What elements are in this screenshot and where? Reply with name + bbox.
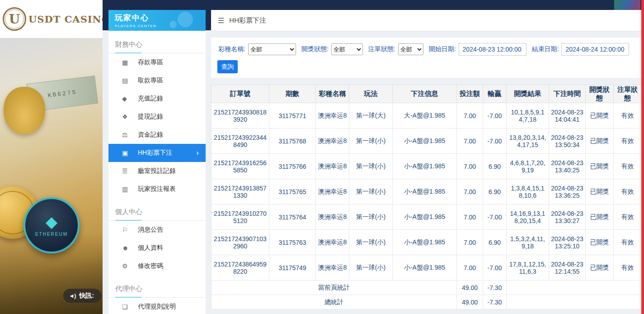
banknote-serial: KB6275 xyxy=(47,89,77,99)
period-cell: 31175764 xyxy=(269,205,316,230)
win-loss-cell: 6.90 xyxy=(483,179,507,205)
draw-status-cell: 已開獎 xyxy=(586,154,614,179)
query-button[interactable]: 查詢 xyxy=(217,60,238,73)
play-type-cell: 第一球(小) xyxy=(349,230,393,255)
sidebar-item-label: 提現記錄 xyxy=(138,113,163,121)
table-row: 2152172439102705120 31175764 澳洲幸运8 第一球(小… xyxy=(212,205,642,230)
sidebar-item-label: 修改密碼 xyxy=(138,262,163,270)
bet-amount-cell: 7.00 xyxy=(457,103,483,128)
lottery-name-cell: 澳洲幸运8 xyxy=(316,230,349,255)
sidebar-item-profile[interactable]: ☻ 個人資料 xyxy=(108,239,206,257)
play-type-cell: 第一球(小) xyxy=(349,154,393,179)
sidebar-item-deposit[interactable]: ▦ 存款專區 xyxy=(108,53,206,71)
bet-info-cell: 小-A盤@1.985 xyxy=(393,205,457,230)
order-status-cell: 有效 xyxy=(614,205,642,230)
promo-panel: U USDT CASINO KB6275 ◆ ETHEREUM ◄) 快訊: xyxy=(0,0,103,314)
period-cell: 31175766 xyxy=(269,154,316,179)
gear-icon: ⚙ xyxy=(122,262,138,270)
period-cell: 31175771 xyxy=(269,103,316,128)
sidebar-item-withdrawal-records[interactable]: ❖ 提現記錄 xyxy=(108,108,206,126)
logo-text: USDT CASINO xyxy=(28,14,103,25)
sidebar-item-funds-records[interactable]: ⚖ 資金記錄 xyxy=(108,126,206,144)
end-date-input[interactable] xyxy=(561,43,629,56)
win-loss-cell: -7.00 xyxy=(483,205,507,230)
th-order-no: 訂單號 xyxy=(212,85,269,103)
sidebar-item-label: 存款專區 xyxy=(138,58,163,67)
table-row: 2152172439223448490 31175768 澳洲幸运8 第一球(小… xyxy=(212,128,642,154)
ethereum-coin-image: ◆ ETHEREUM xyxy=(24,197,80,253)
bet-time-cell: 2024-08-23 12:14:55 xyxy=(549,255,586,281)
news-ticker-button[interactable]: ◄) 快訊: xyxy=(63,289,101,303)
lottery-name-cell: 澳洲幸运8 xyxy=(316,179,349,205)
order-no-cell: 2152172439162565850 xyxy=(212,154,269,179)
bell-icon: ⚐ xyxy=(122,226,138,233)
draw-status-cell: 已開獎 xyxy=(586,179,614,205)
bet-info-cell: 大-A盤@1.985 xyxy=(393,103,457,128)
summary-row-current-page: 當前頁統計 49.00 -7.30 xyxy=(212,281,642,295)
sidebar-item-agent-rules[interactable]: ❏ 代理規則說明 xyxy=(108,298,206,314)
bubble-decoration xyxy=(169,21,177,28)
draw-status-select[interactable]: 全部 xyxy=(331,43,363,55)
bet-time-cell: 2024-08-23 13:30:27 xyxy=(549,205,586,230)
bet-amount-cell: 7.00 xyxy=(457,154,483,179)
bet-amount-cell: 7.00 xyxy=(457,205,483,230)
sidebar-item-label: 代理規則說明 xyxy=(138,303,176,311)
draw-status-cell: 已開獎 xyxy=(586,205,614,230)
sidebar-item-room-bet-records[interactable]: ☰ 廳室投註記錄 xyxy=(108,162,206,180)
sidebar-item-bet-report[interactable]: ▥ 玩家投注報表 xyxy=(108,180,206,198)
news-label: 快訊: xyxy=(79,292,94,300)
draw-result-cell: 4,6,8,1,7,20,9,19 xyxy=(507,154,549,179)
user-icon: ☻ xyxy=(122,244,138,252)
order-status-cell: 有效 xyxy=(614,230,642,255)
summary-row-total: 總統計 49.00 -7.30 xyxy=(212,295,642,309)
bets-table: 訂單號 期數 彩種名稱 玩法 下注信息 投注額 輸贏 開獎結果 下注時間 開獎狀… xyxy=(211,85,642,309)
th-lottery-name: 彩種名稱 xyxy=(316,85,349,103)
sidebar-item-label: 資金記錄 xyxy=(138,131,163,139)
list-icon: ☰ xyxy=(122,167,138,175)
sidebar-item-change-password[interactable]: ⚙ 修改密碼 xyxy=(108,257,206,275)
section-title-finance: 財務中心 xyxy=(108,40,206,53)
sidebar-item-label: 消息公告 xyxy=(138,226,163,234)
sidebar-item-label: 個人資料 xyxy=(138,244,163,252)
filter-row: 彩種名稱: 全部 開獎狀態: 全部 注單狀態: 全部 開始日期: 結束日期: xyxy=(217,43,635,56)
lottery-name-label: 彩種名稱: xyxy=(218,45,245,53)
lottery-name-cell: 澳洲幸运8 xyxy=(316,103,349,128)
summary-winloss-total: -7.30 xyxy=(483,295,507,309)
bet-amount-cell: 7.00 xyxy=(457,179,483,205)
ethereum-label: ETHEREUM xyxy=(35,232,68,237)
th-play-type: 玩法 xyxy=(349,85,393,103)
bet-time-cell: 2024-08-23 13:50:34 xyxy=(549,128,586,154)
logo-letter: U xyxy=(9,12,20,27)
usdt-logo-icon: U xyxy=(3,7,26,31)
table-row: 2152172439308183920 31175771 澳洲幸运8 第一球(大… xyxy=(212,103,642,128)
sidebar-header: 玩家中心 PLAYERS CENTER xyxy=(108,10,206,31)
sidebar-item-recharge-records[interactable]: ◆ 充值記錄 xyxy=(108,90,206,108)
table-header-row: 訂單號 期數 彩種名稱 玩法 下注信息 投注額 輸贏 開獎結果 下注時間 開獎狀… xyxy=(212,85,642,103)
win-loss-cell: -7.00 xyxy=(483,103,507,128)
start-date-input[interactable] xyxy=(459,43,526,56)
sidebar-item-label: 充值記錄 xyxy=(138,95,163,103)
sidebar-item-lottery-bets[interactable]: ▣ HH彩票下注 › xyxy=(108,144,206,162)
bet-amount-cell: 7.00 xyxy=(457,255,483,281)
order-status-select[interactable]: 全部 xyxy=(398,43,423,55)
draw-status-cell: 已開獎 xyxy=(586,255,614,281)
win-loss-cell: 6.90 xyxy=(483,154,507,179)
table-row: 2152172439071032960 31175763 澳洲幸运8 第一球(小… xyxy=(212,230,642,255)
sidebar-item-withdraw[interactable]: ▤ 取款專區 xyxy=(108,71,206,90)
sidebar-item-announcements[interactable]: ⚐ 消息公告 xyxy=(108,221,206,239)
win-loss-cell: -7.00 xyxy=(483,255,507,281)
ethereum-icon: ◆ xyxy=(46,214,57,229)
bubble-decoration xyxy=(178,12,193,27)
sidebar-item-label: 玩家投注報表 xyxy=(138,185,176,193)
win-loss-cell: -7.00 xyxy=(483,128,507,154)
filter-panel: 彩種名稱: 全部 開獎狀態: 全部 注單狀態: 全部 開始日期: 結束日期: 查… xyxy=(211,38,641,78)
menu-toggle-icon[interactable]: ☰ xyxy=(218,16,224,25)
order-no-cell: 2152172438649598220 xyxy=(212,255,269,281)
lottery-name-select[interactable]: 全部 xyxy=(248,43,296,55)
draw-result-cell: 1,5,3,2,4,11,9,18 xyxy=(507,230,549,255)
main-content: ☰ HH彩票下注 彩種名稱: 全部 開獎狀態: 全部 注單狀態: 全部 開始日期… xyxy=(211,10,641,309)
recharge-icon: ◆ xyxy=(122,95,138,102)
period-cell: 31175763 xyxy=(269,230,316,255)
win-loss-cell: 6.90 xyxy=(483,230,507,255)
th-bet-amount: 投注額 xyxy=(457,85,483,103)
